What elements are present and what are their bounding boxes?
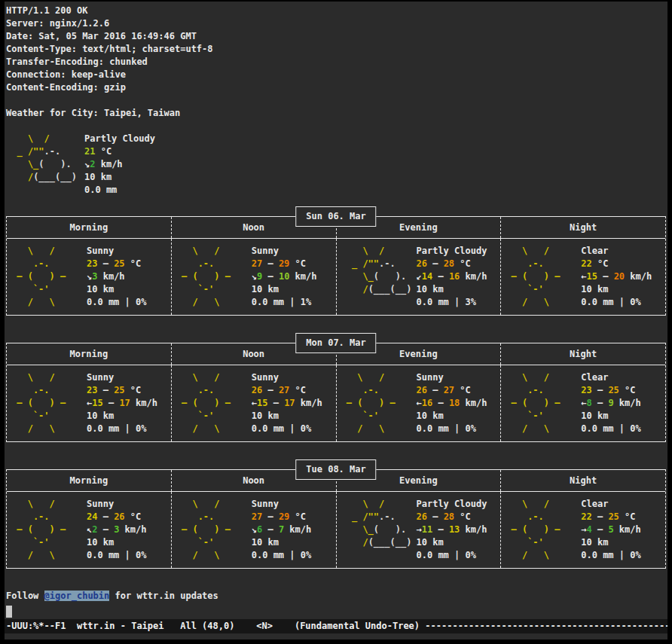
text-segment: 29 xyxy=(279,511,289,522)
text-segment: .-. xyxy=(176,258,215,269)
column-header-night: Night xyxy=(500,470,665,491)
http-header-line: Server: nginx/1.2.6 xyxy=(6,17,666,30)
cell-temperature: 24 – 26 °C xyxy=(87,511,147,523)
cell-precipitation: 0.0 mm | 0% xyxy=(581,296,652,309)
text-segment: – xyxy=(262,385,279,395)
text-segment: / xyxy=(6,172,33,182)
cell-temperature: 22 – 25 °C xyxy=(581,511,641,523)
text-segment: °C xyxy=(125,385,142,395)
text-segment: km/h xyxy=(289,271,316,282)
cell-info: Clear22 – 25 °C→4 – 5 km/h10 km0.0 mm | … xyxy=(581,498,641,562)
column-header-morning: Morning xyxy=(7,217,171,238)
text-segment: (___(__) xyxy=(33,172,77,182)
text-segment: – xyxy=(262,258,279,269)
sun-art-icon: \ / .-. – ( ) – `-' / \ xyxy=(176,371,252,435)
text-segment: – ( ) – xyxy=(11,271,66,282)
text-segment: 26 xyxy=(417,385,427,395)
partly-cloudy-art-icon: \ / _ /"".-. \_( ). /(___(__) xyxy=(341,498,417,562)
text-segment: 23 xyxy=(581,385,591,395)
cell-condition: Sunny xyxy=(87,371,157,384)
text-segment: 15 xyxy=(586,271,597,282)
text-segment: \_ xyxy=(341,524,374,535)
text-segment: .-. xyxy=(11,385,50,395)
location-line: Weather for City: Taipei, Taiwan xyxy=(6,107,666,120)
sun-art-icon: \ / .-. – ( ) – `-' / \ xyxy=(506,371,581,435)
text-segment: °C xyxy=(125,511,142,522)
text-segment: °C xyxy=(454,511,471,522)
text-segment: ( ). xyxy=(38,159,71,169)
cell-wind: ←15 – 20 km/h xyxy=(581,270,652,283)
text-segment: \ / xyxy=(6,133,50,144)
text-segment: ↘ xyxy=(252,271,257,282)
text-segment: – ( ) – xyxy=(506,524,560,535)
text-segment: .-. xyxy=(341,385,380,395)
cell-condition: Sunny xyxy=(87,245,146,258)
text-segment: 26 xyxy=(114,511,124,522)
cell-condition: Clear xyxy=(581,498,641,511)
cell-precipitation: 0.0 mm | 0% xyxy=(252,423,322,435)
text-segment: – xyxy=(97,385,114,395)
forecast-cell-night: \ / .-. – ( ) – `-' / \Clear23 – 25 °C←8… xyxy=(500,365,665,441)
column-header-morning: Morning xyxy=(7,343,171,365)
text-segment: 24 xyxy=(87,511,97,522)
text-segment: `-' xyxy=(341,411,380,421)
text-segment: – ( ) – xyxy=(176,524,231,535)
text-segment: _ /"" xyxy=(341,511,380,522)
text-segment: \_ xyxy=(341,271,374,282)
forecast-table: Sun 06. MarMorningNoonEveningNight \ / .… xyxy=(6,216,666,316)
http-header-line: Date: Sat, 05 Mar 2016 16:49:46 GMT xyxy=(6,30,666,43)
text-segment: .-. xyxy=(11,511,50,522)
date-label: Tue 08. Mar xyxy=(295,459,376,480)
text-segment: 4 xyxy=(586,524,591,535)
text-segment: 17 xyxy=(284,398,295,408)
text-segment: km/h xyxy=(284,524,311,535)
http-header-line: HTTP/1.1 200 OK xyxy=(6,5,666,17)
text-segment: `-' xyxy=(11,284,50,295)
text-segment: ← xyxy=(417,398,422,408)
text-segment: °C xyxy=(95,146,111,157)
cell-temperature: 22 °C xyxy=(581,258,652,270)
current-temperature: 21 °C xyxy=(84,145,155,158)
forecast-cell-night: \ / .-. – ( ) – `-' / \Clear22 – 25 °C→4… xyxy=(500,492,665,568)
text-segment: (___(__) xyxy=(368,284,412,295)
text-segment: 26 xyxy=(252,385,262,395)
sun-art-icon: \ / .-. – ( ) – `-' / \ xyxy=(11,498,87,562)
text-segment: ↙ xyxy=(417,271,422,282)
cell-condition: Partly Cloudy xyxy=(417,498,487,511)
current-wind: ↘2 km/h xyxy=(84,158,155,171)
cell-visibility: 10 km xyxy=(87,536,147,549)
text-segment: \ / xyxy=(176,246,220,256)
forecast-cell-morning: \ / .-. – ( ) – `-' / \Sunny23 – 25 °C←1… xyxy=(7,365,171,441)
partly-cloudy-art-icon: \ / _ /"".-. \_( ). /(___(__) xyxy=(6,133,84,197)
cell-precipitation: 0.0 mm | 1% xyxy=(252,296,317,309)
text-segment: – ( ) – xyxy=(341,398,396,408)
cell-info: Sunny23 – 25 °C↘3 km/h10 km0.0 mm | 0% xyxy=(87,245,146,309)
text-segment: km/h xyxy=(119,524,146,535)
text-segment: – xyxy=(597,271,614,282)
text-segment: / \ xyxy=(11,550,55,560)
column-header-night: Night xyxy=(500,343,665,365)
text-segment: °C xyxy=(454,258,471,269)
twitter-handle[interactable]: @igor_chubin xyxy=(44,591,110,601)
text-segment: 18 xyxy=(449,398,460,408)
cell-precipitation: 0.0 mm | 0% xyxy=(417,423,487,435)
cell-wind: ←15 – 17 km/h xyxy=(252,397,322,410)
text-segment: \ / xyxy=(11,499,55,509)
cell-condition: Sunny xyxy=(252,371,322,384)
text-segment: – xyxy=(97,258,114,269)
http-header-line: Transfer-Encoding: chunked xyxy=(6,56,666,69)
cell-condition: Clear xyxy=(581,245,652,258)
text-segment: \ / xyxy=(506,499,549,509)
text-segment: `-' xyxy=(176,537,215,548)
forecast-cell-noon: \ / .-. – ( ) – `-' / \Sunny26 – 27 °C←1… xyxy=(171,365,336,441)
text-segment: / xyxy=(341,284,368,295)
text-segment: km/h xyxy=(460,524,487,535)
text-segment: °C xyxy=(289,511,306,522)
text-segment: .-. xyxy=(379,511,396,522)
text-segment: – ( ) – xyxy=(176,398,231,408)
text-segment: 23 xyxy=(87,385,97,395)
table-body-row: \ / .-. – ( ) – `-' / \Sunny24 – 26 °C↖2… xyxy=(7,492,665,568)
cell-precipitation: 0.0 mm | 0% xyxy=(252,549,312,562)
http-header-line: Connection: keep-alive xyxy=(6,69,666,81)
text-segment: / \ xyxy=(11,297,55,307)
